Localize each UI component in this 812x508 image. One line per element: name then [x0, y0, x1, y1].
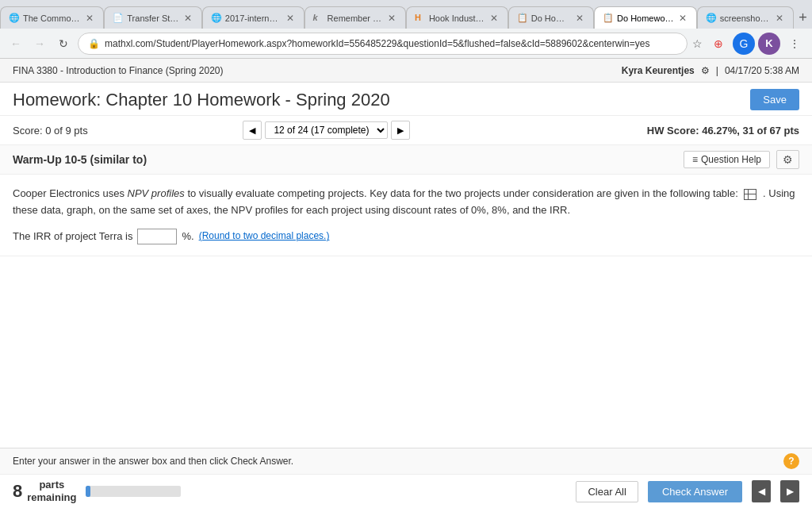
tab-label-4: Remember the Al... — [327, 13, 383, 23]
tab-close-6[interactable]: ✕ — [574, 13, 585, 24]
parts-label: parts — [39, 479, 64, 491]
new-tab-button[interactable]: + — [794, 6, 812, 29]
menu-icon[interactable]: ⋮ — [783, 33, 806, 55]
tab-8[interactable]: 🌐 screenshot mac... ✕ — [697, 6, 794, 29]
hw-title-bar: Homework: Chapter 10 Homework - Spring 2… — [0, 83, 812, 116]
question-title: Warm-Up 10-5 (similar to) — [13, 153, 147, 166]
tab-close-7[interactable]: ✕ — [677, 13, 688, 24]
question-header: Warm-Up 10-5 (similar to) ≡ Question Hel… — [0, 145, 812, 175]
tab-favicon-7: 📋 — [603, 13, 614, 24]
parts-sublabel: remaining — [27, 491, 76, 504]
tab-close-2[interactable]: ✕ — [182, 13, 193, 24]
nav-arrows: ◀ 12 of 24 (17 complete) ▶ — [243, 121, 410, 140]
question-section: Warm-Up 10-5 (similar to) ≡ Question Hel… — [0, 145, 812, 256]
question-nav: 12 of 24 (17 complete) — [265, 121, 388, 139]
question-dropdown[interactable]: 12 of 24 (17 complete) — [265, 121, 388, 139]
toolbar-icons: ⊕ G K ⋮ — [707, 33, 806, 55]
extension-icon-2[interactable]: G — [733, 33, 755, 55]
parts-info: 8 parts remaining — [13, 479, 76, 503]
hw-title: Homework: Chapter 10 Homework - Spring 2… — [13, 90, 390, 110]
tab-favicon-5: H — [415, 13, 426, 24]
tab-label-7: Do Homework - K... — [617, 13, 674, 23]
browser-chrome: 🌐 The Common App... ✕ 📄 Transfer Student… — [0, 0, 812, 59]
user-info: Kyra Keurentjes ⚙ | 04/17/20 5:38 AM — [622, 65, 799, 76]
prev-question-button[interactable]: ◀ — [243, 121, 262, 140]
answer-input[interactable] — [137, 229, 177, 244]
npv-italic: NPV profiles — [128, 187, 185, 199]
page-header: FINA 3380 - Introduction to Finance (Spr… — [0, 59, 812, 83]
tab-close-3[interactable]: ✕ — [285, 13, 296, 24]
settings-button[interactable]: ⚙ — [776, 150, 799, 169]
extension-icon-1[interactable]: ⊕ — [707, 33, 730, 55]
tab-favicon-4: k — [313, 13, 324, 24]
back-button[interactable]: ← — [6, 34, 25, 53]
save-button[interactable]: Save — [750, 89, 799, 110]
score-bar: Score: 0 of 9 pts ◀ 12 of 24 (17 complet… — [0, 116, 812, 145]
tab-favicon-6: 📋 — [517, 13, 528, 24]
question-actions: ≡ Question Help ⚙ — [684, 150, 799, 169]
tab-label-6: Do Homework — [531, 13, 571, 23]
tab-3[interactable]: 🌐 2017-internationa... ✕ — [202, 6, 304, 29]
url-text: mathxl.com/Student/PlayerHomework.aspx?h… — [105, 38, 677, 49]
question-help-button[interactable]: ≡ Question Help — [684, 151, 770, 168]
reload-button[interactable]: ↻ — [54, 34, 73, 53]
date-time: 04/17/20 5:38 AM — [725, 65, 799, 76]
tab-label-8: screenshot mac... — [720, 13, 771, 23]
course-title: FINA 3380 - Introduction to Finance (Spr… — [13, 65, 223, 76]
table-icon[interactable] — [744, 189, 756, 200]
answer-row: The IRR of project Terra is %. (Round to… — [13, 229, 799, 245]
tab-favicon-1: 🌐 — [9, 13, 20, 24]
tab-4[interactable]: k Remember the Al... ✕ — [304, 6, 406, 29]
tab-2[interactable]: 📄 Transfer Student ( ✕ — [104, 6, 201, 29]
user-separator: | — [716, 65, 718, 76]
bottom-next-button[interactable]: ▶ — [780, 480, 799, 502]
address-bar: ← → ↻ 🔒 mathxl.com/Student/PlayerHomewor… — [0, 29, 812, 59]
tab-label-2: Transfer Student ( — [127, 13, 178, 23]
bookmark-icon[interactable]: ☆ — [692, 37, 703, 50]
clear-all-button[interactable]: Clear All — [576, 481, 638, 502]
help-circle-button[interactable]: ? — [783, 453, 799, 469]
round-note[interactable]: (Round to two decimal places.) — [199, 229, 330, 244]
tab-label-1: The Common App... — [23, 13, 81, 23]
tab-close-5[interactable]: ✕ — [488, 13, 500, 24]
tab-favicon-2: 📄 — [113, 13, 124, 24]
user-settings-icon[interactable]: ⚙ — [701, 65, 710, 76]
instruction-bar: Enter your answer in the answer box and … — [0, 448, 812, 475]
tab-favicon-3: 🌐 — [211, 13, 222, 24]
url-bar[interactable]: 🔒 mathxl.com/Student/PlayerHomework.aspx… — [78, 33, 688, 55]
tab-close-1[interactable]: ✕ — [84, 13, 95, 24]
tab-label-3: 2017-internationa... — [225, 13, 282, 23]
tab-1[interactable]: 🌐 The Common App... ✕ — [0, 6, 104, 29]
lock-icon: 🔒 — [88, 38, 100, 49]
parts-label-container: parts remaining — [27, 479, 76, 503]
progress-bar-fill — [86, 486, 90, 497]
help-list-icon: ≡ — [692, 154, 698, 165]
bottom-bar: Enter your answer in the answer box and … — [0, 448, 812, 508]
tab-favicon-8: 🌐 — [706, 13, 717, 24]
progress-bar-container — [86, 486, 181, 497]
tab-5[interactable]: H Hook Industries h... ✕ — [406, 6, 508, 29]
question-content: Cooper Electronics uses NPV profiles to … — [0, 175, 812, 256]
tab-label-5: Hook Industries h... — [429, 13, 485, 23]
action-bar: 8 parts remaining Clear All Check Answer… — [0, 475, 812, 508]
check-answer-button[interactable]: Check Answer — [648, 481, 742, 502]
instruction-text: Enter your answer in the answer box and … — [13, 456, 293, 467]
tab-6[interactable]: 📋 Do Homework ✕ — [508, 6, 594, 29]
tab-bar: 🌐 The Common App... ✕ 📄 Transfer Student… — [0, 0, 812, 29]
tab-close-8[interactable]: ✕ — [774, 13, 785, 24]
tab-close-4[interactable]: ✕ — [386, 13, 397, 24]
next-question-button[interactable]: ▶ — [391, 121, 410, 140]
user-name: Kyra Keurentjes — [622, 65, 695, 76]
answer-prefix: The IRR of project Terra is — [13, 229, 132, 245]
question-text: Cooper Electronics uses NPV profiles to … — [13, 186, 799, 219]
score-label: Score: 0 of 9 pts — [13, 125, 236, 137]
forward-button[interactable]: → — [30, 34, 49, 53]
tab-7[interactable]: 📋 Do Homework - K... ✕ — [594, 6, 697, 29]
answer-percent: %. — [182, 229, 193, 245]
profile-icon[interactable]: K — [758, 33, 780, 55]
bottom-prev-button[interactable]: ◀ — [752, 480, 771, 502]
parts-number: 8 — [13, 481, 22, 502]
hw-score-label: HW Score: 46.27%, 31 of 67 pts — [647, 125, 799, 137]
question-help-label: Question Help — [701, 154, 761, 165]
question-body-1: Cooper Electronics uses — [13, 187, 128, 199]
